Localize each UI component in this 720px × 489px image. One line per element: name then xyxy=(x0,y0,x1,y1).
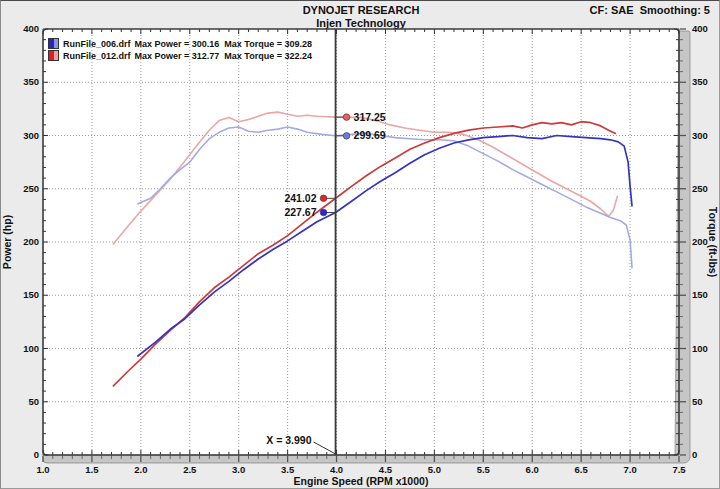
power-axis-tick-label: 50 xyxy=(28,396,39,407)
legend: RunFile_006.drf Max Power = 300.16 Max T… xyxy=(48,38,312,62)
run2-color-swatch xyxy=(48,50,59,61)
run2-max-power: Max Power = 312.77 xyxy=(135,51,220,61)
cursor-value-label: 299.69 xyxy=(354,129,386,141)
cursor-value-label: 227.67 xyxy=(284,206,316,218)
rpm-axis-tick-label: 6.0 xyxy=(526,464,539,475)
cursor-marker-dot xyxy=(320,209,327,216)
run2-file-label: RunFile_012.drf xyxy=(63,51,131,61)
torque-axis-tick-label: 100 xyxy=(692,343,708,354)
power-axis-tick-label: 250 xyxy=(23,183,39,194)
rpm-axis-tick-label: 3.0 xyxy=(232,464,245,475)
torque-axis-tick-label: 300 xyxy=(692,130,708,141)
rpm-axis-tick-label: 4.0 xyxy=(330,464,343,475)
cursor-value-label: 241.02 xyxy=(284,192,316,204)
power-axis-tick-label: 300 xyxy=(23,130,39,141)
rpm-axis-tick-label: 2.0 xyxy=(134,464,147,475)
rpm-axis-tick-label: 7.5 xyxy=(672,464,686,475)
rpm-axis-tick-label: 3.5 xyxy=(281,464,295,475)
rpm-axis-tick-label: 1.5 xyxy=(85,464,99,475)
left-axis-title: Power (hp) xyxy=(1,215,13,269)
torque-axis-tick-label: 200 xyxy=(692,236,708,247)
power-axis-tick-label: 150 xyxy=(23,289,39,300)
rpm-axis-tick-label: 7.0 xyxy=(623,464,636,475)
cursor-marker-dot xyxy=(343,114,350,121)
x-axis-title: Engine Speed (RPM x1000) xyxy=(294,475,429,487)
power-axis-tick-label: 100 xyxy=(23,343,39,354)
rpm-axis-tick-label: 5.5 xyxy=(477,464,491,475)
rpm-axis-tick-label: 6.5 xyxy=(575,464,589,475)
legend-row-run1[interactable]: RunFile_006.drf Max Power = 300.16 Max T… xyxy=(48,38,312,49)
dyno-graph[interactable]: 317.25299.69241.02227.67X = 3.9900050501… xyxy=(1,1,720,489)
torque-axis-tick-label: 250 xyxy=(692,183,708,194)
rpm-axis-tick-label: 2.5 xyxy=(183,464,197,475)
torque-axis-tick-label: 50 xyxy=(692,396,703,407)
run1-color-swatch xyxy=(48,38,59,49)
right-axis-title: Torque (ft-lbs) xyxy=(707,207,719,277)
cursor-marker-dot xyxy=(320,195,327,202)
dyno-window: DYNOJET RESEARCH Injen Technology CF: SA… xyxy=(0,0,720,489)
rpm-axis-tick-label: 5.0 xyxy=(428,464,441,475)
run1-max-torque: Max Torque = 309.28 xyxy=(224,39,312,49)
cursor-x-label: X = 3.990 xyxy=(266,434,311,446)
rpm-axis-tick-label: 4.5 xyxy=(379,464,393,475)
power-axis-tick-label: 0 xyxy=(34,449,39,460)
cursor-marker-dot xyxy=(343,133,350,140)
cursor-value-label: 317.25 xyxy=(354,111,386,123)
power-axis-tick-label: 350 xyxy=(23,76,39,87)
legend-row-run2[interactable]: RunFile_012.drf Max Power = 312.77 Max T… xyxy=(48,50,312,61)
run1-max-power: Max Power = 300.16 xyxy=(135,39,220,49)
torque-axis-tick-label: 350 xyxy=(692,76,708,87)
run2-max-torque: Max Torque = 322.24 xyxy=(224,51,312,61)
torque-axis-tick-label: 150 xyxy=(692,289,708,300)
power-axis-tick-label: 400 xyxy=(23,23,39,34)
rpm-axis-tick-label: 1.0 xyxy=(36,464,49,475)
run1-file-label: RunFile_006.drf xyxy=(63,39,131,49)
torque-axis-tick-label: 400 xyxy=(692,23,708,34)
torque-axis-tick-label: 0 xyxy=(692,449,697,460)
power-axis-tick-label: 200 xyxy=(23,236,39,247)
